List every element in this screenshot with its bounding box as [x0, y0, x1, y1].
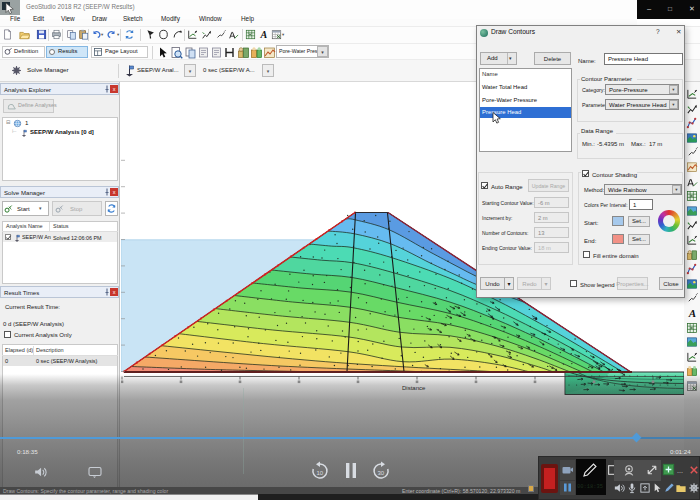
svg-text:A: A	[260, 29, 268, 40]
svg-text:30: 30	[378, 470, 385, 476]
svg-text:Distance: Distance	[402, 385, 426, 391]
svg-text:A: A	[688, 307, 696, 319]
svg-text:10: 10	[317, 470, 324, 476]
